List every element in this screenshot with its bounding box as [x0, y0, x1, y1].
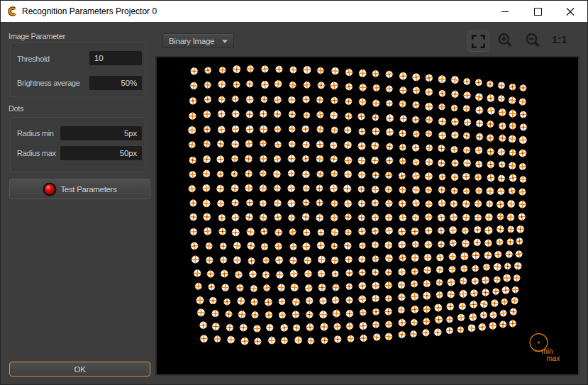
svg-text:max: max [547, 355, 560, 362]
